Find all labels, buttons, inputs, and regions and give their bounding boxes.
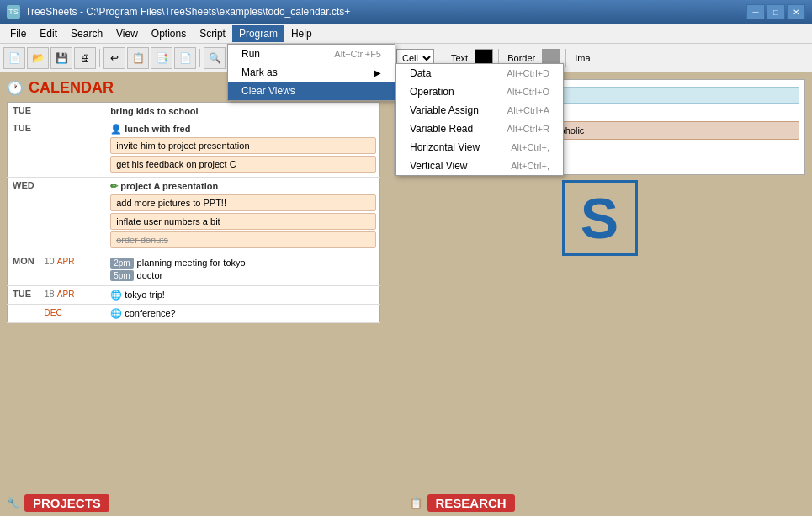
save-button[interactable]: 💾 [50,47,72,69]
cal-content: 2pm planning meeting for tokyo 5pm docto… [107,253,379,286]
time-task[interactable]: planning meeting for tokyo [137,258,246,268]
search-button[interactable]: 🔍 [204,47,226,69]
submenu-variable-read[interactable]: Variable Read Alt+Ctrl+R [396,120,563,138]
calendar-icon: 🕐 [7,80,24,96]
bottom-section: 🔧 PROJECTS need to define project to mak… [0,494,812,516]
research-section: 📋 RESEARCH new lease car maybe get somet… [410,494,806,516]
cal-task[interactable]: ✏ project A presentation [110,180,376,193]
mark-as-submenu[interactable]: Data Alt+Ctrl+D Operation Alt+Ctrl+O Var… [395,63,564,176]
variable-read-shortcut: Alt+Ctrl+R [507,124,549,134]
menu-program[interactable]: Program [232,25,284,42]
menu-search[interactable]: Search [64,25,109,42]
text-label: Text [448,53,471,63]
submenu-vertical-view[interactable]: Vertical View Alt+Ctrl+, [396,157,563,175]
projects-section: 🔧 PROJECTS need to define project to mak… [7,494,403,516]
cal-date: 18 APR [41,286,108,305]
cal-content: bring kids to school [107,103,379,120]
toolbar-separator-5 [565,49,566,67]
cal-day: TUE [8,286,41,305]
table-row: TUE bring kids to school [8,103,380,120]
time-label: 2pm [110,258,133,269]
menu-options[interactable]: Options [145,25,193,42]
cal-day: WED [8,178,41,253]
table-row: DEC 🌐 conference? [8,305,380,323]
operation-label: Operation [410,86,454,98]
minimize-button[interactable]: ─ [746,4,765,19]
time-task[interactable]: doctor [137,270,163,280]
app-icon: TS [7,5,20,19]
cal-content: 👤 lunch with fred invite him to project … [107,120,379,178]
projects-icon: 🔧 [7,497,19,509]
table-row: MON 10 APR 2pm planning meeting for toky… [8,253,380,286]
submenu-horizontal-view[interactable]: Horizontal View Alt+Ctrl+, [396,138,563,157]
menu-script[interactable]: Script [193,25,232,42]
title-bar: TS TreeSheets - C:\Program Files\TreeShe… [0,0,812,24]
variable-assign-label: Variable Assign [410,104,479,116]
vertical-view-shortcut: Alt+Ctrl+, [511,161,549,171]
new-button[interactable]: 📄 [3,47,25,69]
menu-help[interactable]: Help [284,25,319,42]
s-logo: S [562,180,638,256]
table-row: TUE 👤 lunch with fred invite him to proj… [8,120,380,178]
research-header: 📋 RESEARCH [410,494,806,512]
window-title: TreeSheets - C:\Program Files\TreeSheets… [25,6,350,18]
cal-subtask[interactable]: inflate user numbers a bit [110,213,376,230]
toolbar-separator-2 [199,49,200,67]
data-label: Data [410,67,431,79]
undo-button[interactable]: ↩ [103,47,125,69]
vertical-view-label: Vertical View [410,160,467,172]
table-row: TUE 18 APR 🌐 tokyo trip! [8,286,380,305]
menu-bar: File Edit Search View Options Script Pro… [0,24,812,44]
time-slot: 2pm planning meeting for tokyo [110,258,376,269]
cal-task[interactable]: 🌐 conference? [110,307,376,320]
border-label: Border [504,53,539,63]
close-button[interactable]: ✕ [787,4,805,19]
variable-assign-shortcut: Alt+Ctrl+A [507,105,549,115]
menu-view[interactable]: View [109,25,145,42]
time-slot: 5pm doctor [110,270,376,281]
cal-task[interactable]: 👤 lunch with fred [110,123,376,136]
menu-clear-views[interactable]: Clear Views [228,82,395,100]
cal-day: TUE [8,120,41,178]
maximize-button[interactable]: □ [767,4,785,19]
clear-views-label: Clear Views [241,85,295,97]
calendar-title: CALENDAR [29,79,114,97]
data-shortcut: Alt+Ctrl+D [507,68,549,78]
horizontal-view-shortcut: Alt+Ctrl+, [511,142,549,152]
toolbar-separator-1 [99,49,100,67]
time-label: 5pm [110,270,133,281]
cal-day [8,305,41,323]
run-label: Run [241,48,260,60]
calendar-section: 🕐 CALENDAR TUE bring kids to school TUE … [0,72,387,494]
program-dropdown[interactable]: Run Alt+Ctrl+F5 Mark as ▶ Clear Views [227,44,395,101]
cal-day: TUE [8,103,41,120]
submenu-data[interactable]: Data Alt+Ctrl+D [396,64,563,82]
calendar-table: TUE bring kids to school TUE 👤 lunch wit… [7,102,380,323]
projects-title: PROJECTS [24,494,109,512]
cal-subtask[interactable]: get his feedback on project C [110,156,376,173]
menu-run[interactable]: Run Alt+Ctrl+F5 [228,45,395,63]
cal-task[interactable]: 🌐 tokyo trip! [110,289,376,301]
menu-file[interactable]: File [3,25,33,42]
cal-subtask[interactable]: invite him to project presentation [110,137,376,154]
table-row: WED ✏ project A presentation add more pi… [8,178,380,253]
submenu-variable-assign[interactable]: Variable Assign Alt+Ctrl+A [396,101,563,120]
cal-content: 🌐 tokyo trip! [107,286,379,305]
mark-as-label: Mark as [241,66,278,78]
menu-mark-as[interactable]: Mark as ▶ [228,63,395,82]
s-logo-container: S [394,180,805,256]
paste-button[interactable]: 📄 [174,47,196,69]
cal-subtask[interactable]: add more pictures to PPT!! [110,194,376,211]
run-shortcut: Alt+Ctrl+F5 [334,49,381,59]
menu-edit[interactable]: Edit [33,25,64,42]
cal-date [41,120,108,178]
redo-button[interactable]: 📋 [127,47,149,69]
cal-content: 🌐 conference? [107,305,379,323]
cal-task[interactable]: bring kids to school [110,105,376,117]
print-button[interactable]: 🖨 [74,47,96,69]
submenu-operation[interactable]: Operation Alt+Ctrl+O [396,82,563,101]
open-button[interactable]: 📂 [27,47,49,69]
copy-button[interactable]: 📑 [151,47,172,69]
cal-subtask-strike[interactable]: order donuts [110,231,376,248]
operation-shortcut: Alt+Ctrl+O [507,87,549,97]
